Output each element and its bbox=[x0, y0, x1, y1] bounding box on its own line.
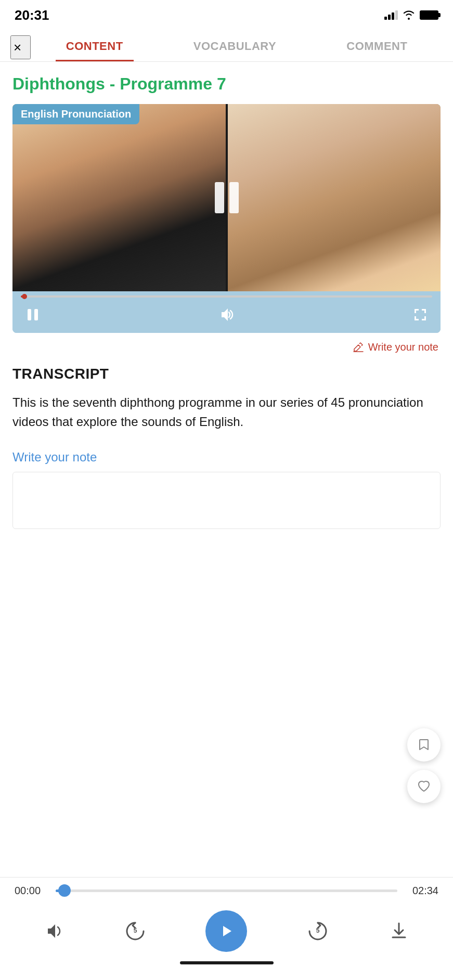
transcript-text: This is the seventh diphthong programme … bbox=[12, 393, 441, 431]
audio-progress-thumb bbox=[58, 884, 71, 897]
tab-comment[interactable]: COMMENT bbox=[336, 33, 418, 61]
battery-icon bbox=[420, 10, 438, 20]
close-button[interactable]: × bbox=[10, 35, 31, 59]
rewind-icon: 5 bbox=[123, 919, 148, 944]
pause-icon bbox=[215, 182, 239, 213]
audio-volume-icon bbox=[44, 921, 64, 942]
write-note-label[interactable]: Write your note bbox=[12, 450, 441, 465]
home-indicator bbox=[180, 961, 274, 964]
audio-progress-row: 00:00 02:34 bbox=[15, 885, 438, 897]
video-fullscreen-button[interactable] bbox=[408, 303, 432, 327]
volume-icon bbox=[217, 305, 237, 325]
signal-icon bbox=[384, 10, 398, 20]
audio-total-time: 02:34 bbox=[405, 885, 438, 897]
bookmark-button[interactable] bbox=[407, 728, 441, 762]
svg-text:5: 5 bbox=[316, 927, 320, 934]
svg-rect-0 bbox=[28, 309, 31, 320]
pause-bar-right bbox=[229, 182, 239, 213]
svg-text:5: 5 bbox=[133, 927, 137, 934]
main-content: Diphthongs - Programme 7 English Pronunc… bbox=[0, 62, 453, 687]
audio-controls-row: 5 5 bbox=[15, 906, 438, 956]
page-title: Diphthongs - Programme 7 bbox=[12, 74, 441, 94]
audio-progress-track[interactable] bbox=[56, 889, 397, 892]
video-volume-button[interactable] bbox=[215, 303, 239, 327]
floating-buttons bbox=[407, 728, 441, 803]
video-container: English Pronunciation bbox=[12, 104, 441, 333]
like-button[interactable] bbox=[407, 770, 441, 803]
video-progress-bar[interactable] bbox=[21, 295, 432, 298]
video-label: English Pronunciation bbox=[12, 104, 139, 124]
svg-marker-3 bbox=[223, 926, 231, 936]
note-edit-icon bbox=[353, 342, 364, 353]
play-circle bbox=[205, 910, 247, 952]
note-textarea[interactable] bbox=[12, 472, 441, 529]
tabs: CONTENT VOCABULARY COMMENT bbox=[31, 33, 443, 61]
nav-bar: × CONTENT VOCABULARY COMMENT bbox=[0, 28, 453, 62]
play-icon bbox=[217, 922, 236, 940]
wifi-icon bbox=[403, 10, 415, 20]
transcript-heading: TRANSCRIPT bbox=[12, 366, 441, 382]
fullscreen-icon bbox=[410, 305, 430, 325]
pause-bar-left bbox=[215, 182, 224, 213]
audio-current-time: 00:00 bbox=[15, 885, 48, 897]
tab-vocabulary[interactable]: VOCABULARY bbox=[183, 33, 287, 61]
video-controls bbox=[12, 291, 441, 333]
audio-download-button[interactable] bbox=[384, 917, 413, 946]
video-pause-icon bbox=[23, 305, 43, 325]
bookmark-icon bbox=[417, 738, 431, 752]
write-note-label-top[interactable]: Write your note bbox=[368, 341, 438, 353]
video-btn-row bbox=[21, 303, 432, 327]
video-right-face bbox=[227, 104, 441, 291]
svg-rect-1 bbox=[34, 309, 38, 320]
audio-player: 00:00 02:34 5 bbox=[0, 877, 453, 980]
audio-volume-button[interactable] bbox=[40, 917, 69, 946]
video-left-face bbox=[12, 104, 227, 291]
status-bar: 20:31 bbox=[0, 0, 453, 28]
video-progress-thumb bbox=[22, 294, 27, 299]
video-frame[interactable] bbox=[12, 104, 441, 291]
tab-content[interactable]: CONTENT bbox=[56, 33, 134, 61]
audio-rewind-button[interactable]: 5 bbox=[119, 914, 152, 948]
video-pause-button[interactable] bbox=[21, 303, 45, 327]
status-time: 20:31 bbox=[15, 7, 49, 23]
audio-play-button[interactable] bbox=[201, 906, 251, 956]
status-icons bbox=[384, 10, 438, 20]
forward-icon: 5 bbox=[305, 919, 330, 944]
audio-forward-button[interactable]: 5 bbox=[301, 914, 334, 948]
heart-icon bbox=[417, 779, 431, 794]
download-icon bbox=[389, 921, 409, 942]
write-note-link-top[interactable]: Write your note bbox=[12, 341, 441, 353]
